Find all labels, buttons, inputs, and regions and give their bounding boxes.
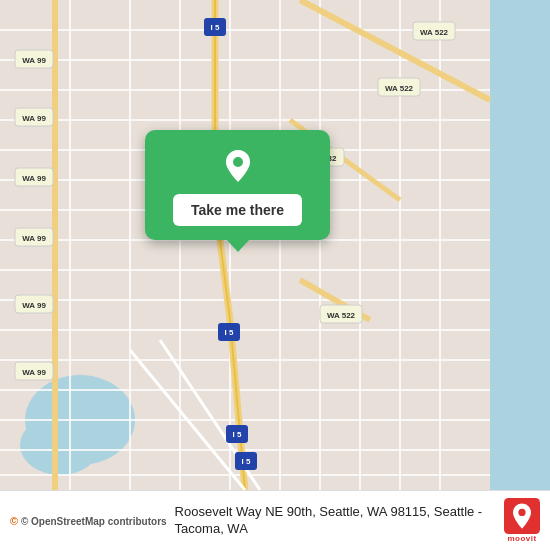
moovit-logo: moovit [504, 498, 540, 543]
svg-text:WA 99: WA 99 [22, 368, 46, 377]
svg-text:WA 99: WA 99 [22, 301, 46, 310]
svg-text:WA 522: WA 522 [327, 311, 356, 320]
svg-text:WA 99: WA 99 [22, 56, 46, 65]
osm-attribution: © © OpenStreetMap contributors [10, 515, 167, 527]
svg-text:I 5: I 5 [233, 430, 242, 439]
map-svg: WA 99 WA 99 WA 99 WA 99 WA 99 WA 99 WA 5… [0, 0, 550, 490]
osm-icon: © [10, 515, 18, 527]
location-pin-icon [220, 148, 256, 184]
moovit-label: moovit [507, 534, 536, 543]
svg-text:WA 522: WA 522 [420, 28, 449, 37]
popup-card: Take me there [145, 130, 330, 240]
svg-text:WA 522: WA 522 [385, 84, 414, 93]
map-container: WA 99 WA 99 WA 99 WA 99 WA 99 WA 99 WA 5… [0, 0, 550, 490]
address-text: Roosevelt Way NE 90th, Seattle, WA 98115… [175, 504, 496, 538]
svg-text:I 5: I 5 [211, 23, 220, 32]
svg-point-71 [233, 157, 243, 167]
osm-text: © OpenStreetMap contributors [21, 516, 167, 527]
bottom-bar: © © OpenStreetMap contributors Roosevelt… [0, 490, 550, 550]
svg-text:WA 99: WA 99 [22, 174, 46, 183]
svg-text:I 5: I 5 [225, 328, 234, 337]
svg-text:WA 99: WA 99 [22, 114, 46, 123]
take-me-there-button[interactable]: Take me there [173, 194, 302, 226]
svg-text:I 5: I 5 [242, 457, 251, 466]
svg-point-2 [20, 415, 100, 475]
moovit-icon [504, 498, 540, 534]
svg-point-73 [518, 509, 525, 516]
svg-text:WA 99: WA 99 [22, 234, 46, 243]
